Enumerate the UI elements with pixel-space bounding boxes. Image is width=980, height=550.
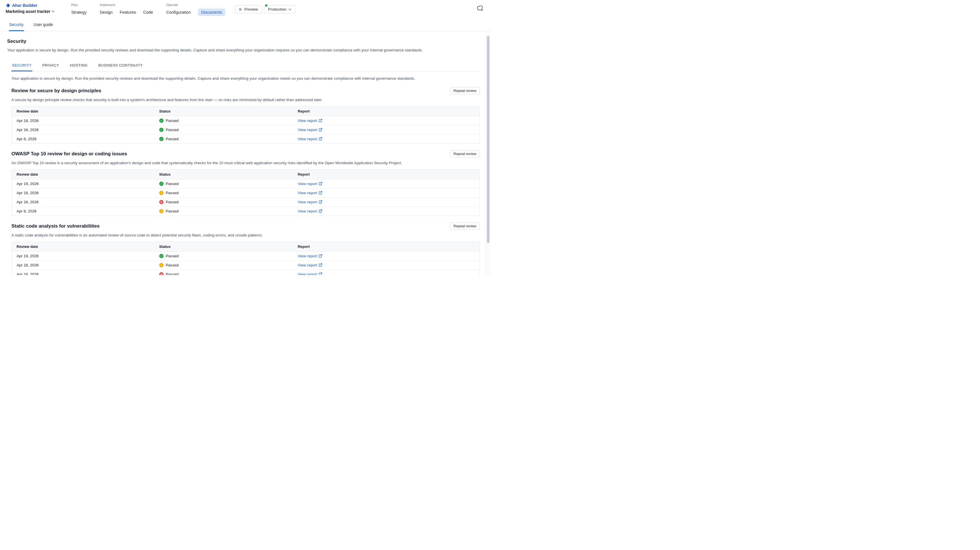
status-label: Passed — [166, 254, 179, 258]
report-cell: View report — [293, 134, 479, 143]
review-date-cell: Apr 18, 2026 — [12, 116, 154, 125]
status-cell: Passed — [154, 197, 293, 206]
status-cell: Passed — [154, 125, 293, 134]
review-section: Review for secure by design principles R… — [11, 87, 480, 143]
nav-item-design[interactable]: Design — [100, 9, 113, 16]
section-title: Review for secure by design principles — [11, 88, 101, 94]
view-report-link[interactable]: View report — [298, 118, 322, 123]
section-title: OWASP Top 10 review for design or coding… — [11, 151, 127, 157]
report-cell: View report — [293, 260, 479, 269]
brand-home-link[interactable]: Aha! Builder — [6, 3, 54, 8]
nav-group: Plan Strategy — [71, 3, 86, 16]
document-tabs: Security User guide — [0, 18, 490, 31]
view-report-link[interactable]: View report — [298, 182, 322, 186]
review-table: Review dateStatusReport Apr 19, 2026 Pas… — [11, 242, 480, 275]
external-link-icon — [319, 128, 322, 131]
nav-item-code[interactable]: Code — [143, 9, 153, 16]
status-cell: Passed — [154, 188, 293, 197]
preview-button[interactable]: Preview — [235, 5, 262, 13]
section-header: Review for secure by design principles R… — [11, 87, 480, 94]
section-title: Static code analysis for vulnerabilities — [11, 223, 100, 229]
view-report-link[interactable]: View report — [298, 128, 322, 132]
nav-item-features[interactable]: Features — [120, 9, 136, 16]
report-cell: View report — [293, 116, 479, 125]
tab-hosting[interactable]: HOSTING — [69, 61, 88, 72]
column-header-status: Status — [154, 242, 293, 251]
review-section: Static code analysis for vulnerabilities… — [11, 222, 480, 275]
view-report-link[interactable]: View report — [298, 272, 322, 275]
status-cell: Passed — [154, 134, 293, 143]
chevron-down-icon — [288, 9, 291, 10]
nav-group-items: Strategy — [71, 9, 86, 16]
section-description: A secure by design principle review chec… — [11, 98, 480, 102]
workspace-selector[interactable]: Marketing asset tracker — [6, 9, 54, 14]
primary-nav: Plan Strategy Implement Design Features … — [71, 3, 225, 16]
status-label: Passed — [166, 128, 179, 132]
table-row: Apr 18, 2026 Passed View report — [12, 188, 480, 197]
nav-item-configuration[interactable]: Configuration — [166, 9, 191, 16]
view-report-link[interactable]: View report — [298, 137, 322, 141]
review-date-cell: Apr 19, 2026 — [12, 179, 154, 188]
review-date-cell: Apr 16, 2026 — [12, 197, 154, 206]
status-label: Passed — [166, 137, 179, 141]
status-label: Passed — [166, 209, 179, 213]
tab-business-continuity[interactable]: BUSINESS CONTINUITY — [98, 61, 143, 72]
external-link-icon — [319, 273, 322, 275]
nav-group: Operate Configuration Documents — [166, 3, 225, 16]
app-window: Aha! Builder Marketing asset tracker Pla… — [0, 0, 490, 275]
view-report-label: View report — [298, 209, 317, 213]
assistant-icon[interactable] — [476, 4, 484, 12]
view-report-label: View report — [298, 182, 317, 186]
view-report-link[interactable]: View report — [298, 209, 322, 213]
review-date-cell: Apr 8, 2026 — [12, 134, 154, 143]
external-link-icon — [319, 263, 322, 267]
nav-item-documents[interactable]: Documents — [198, 9, 225, 16]
view-report-link[interactable]: View report — [298, 191, 322, 195]
success-status-icon — [159, 137, 164, 141]
view-report-link[interactable]: View report — [298, 263, 322, 267]
repeat-review-button[interactable]: Repeat review — [450, 222, 480, 230]
nav-group-label: Implement — [100, 3, 153, 6]
view-report-link[interactable]: View report — [298, 200, 322, 204]
environment-label: Production — [268, 7, 286, 11]
report-cell: View report — [293, 197, 479, 206]
subnav-tab-security[interactable]: Security — [9, 19, 24, 31]
report-cell: View report — [293, 188, 479, 197]
scrollbar-thumb[interactable] — [487, 36, 489, 243]
nav-group-items: Configuration Documents — [166, 9, 225, 16]
workspace-name: Marketing asset tracker — [6, 9, 50, 14]
external-link-icon — [319, 191, 322, 194]
section-description: An OWASP Top 10 review is a security ass… — [11, 161, 480, 165]
status-cell: Passed — [154, 260, 293, 269]
scrollbar[interactable] — [486, 32, 490, 275]
nav-group-items: Design Features Code — [100, 9, 153, 16]
nav-item-strategy[interactable]: Strategy — [71, 9, 86, 16]
view-report-label: View report — [298, 128, 317, 132]
error-status-icon — [159, 272, 164, 275]
brand-name: Aha! Builder — [12, 3, 37, 8]
warning-status-icon — [159, 191, 164, 195]
view-report-label: View report — [298, 137, 317, 141]
view-report-label: View report — [298, 263, 317, 267]
review-table: Review dateStatusReport Apr 19, 2026 Pas… — [11, 169, 480, 216]
preview-label: Preview — [244, 7, 258, 11]
table-row: Apr 8, 2026 Passed View report — [12, 134, 480, 143]
repeat-review-button[interactable]: Repeat review — [450, 87, 480, 94]
table-header-row: Review dateStatusReport — [12, 169, 480, 179]
view-report-link[interactable]: View report — [298, 254, 322, 258]
environment-selector[interactable]: Production — [264, 5, 295, 13]
report-cell: View report — [293, 125, 479, 134]
external-link-icon — [319, 254, 322, 258]
table-row: Apr 19, 2026 Passed View report — [12, 179, 480, 188]
table-row: Apr 16, 2026 Passed View report — [12, 125, 480, 134]
warning-status-icon — [159, 209, 164, 213]
tab-privacy[interactable]: PRIVACY — [42, 61, 60, 72]
subnav-tab-user-guide[interactable]: User guide — [33, 19, 53, 31]
repeat-review-button[interactable]: Repeat review — [450, 150, 480, 158]
section-header: Static code analysis for vulnerabilities… — [11, 222, 480, 230]
status-label: Passed — [166, 118, 179, 123]
review-date-cell: Apr 18, 2026 — [12, 188, 154, 197]
tab-security[interactable]: SECURITY — [11, 61, 32, 72]
review-section: OWASP Top 10 review for design or coding… — [11, 150, 480, 216]
table-header-row: Review dateStatusReport — [12, 106, 480, 116]
